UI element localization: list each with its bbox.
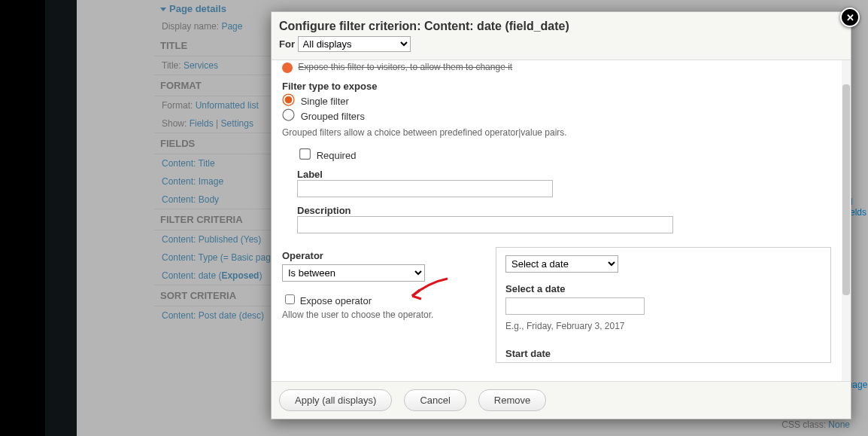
scrollbar-thumb[interactable] [842,84,850,295]
operator-select[interactable]: Is between [282,264,425,282]
scrollbar[interactable] [842,60,851,381]
required-label: Required [317,150,357,161]
expose-filter-text: Expose this filter to visitors, to allow… [298,62,512,72]
expose-operator-desc: Allow the user to choose the operator. [282,309,473,320]
select-date-label: Select a date [505,283,821,294]
filter-type-header: Filter type to expose [282,81,831,92]
label-field-label: Label [297,169,831,180]
date-example: E.g., Friday, February 3, 2017 [505,321,821,331]
modal-footer: Apply (all displays) Cancel Remove [272,382,851,419]
radio-single[interactable] [282,93,294,105]
remove-button[interactable]: Remove [478,389,546,411]
toggle-icon[interactable] [282,63,293,73]
required-checkbox[interactable] [299,148,311,160]
close-icon[interactable]: ✕ [840,8,860,27]
radio-single-label: Single filter [301,96,349,107]
modal-body-inner: Expose this filter to visitors, to allow… [272,60,842,381]
radio-grouped[interactable] [282,108,294,120]
for-label: For [279,38,295,50]
expose-filter-row: Expose this filter to visitors, to allow… [299,60,831,73]
cancel-button[interactable]: Cancel [404,389,466,411]
operator-value-row: Operator Is between Expose operator Allo… [282,247,831,363]
toolbar-dark [45,0,77,436]
description-field-label: Description [297,205,831,216]
expose-operator-row: Expose operator [282,292,473,306]
start-date-label: Start date [505,348,821,359]
radio-grouped-row: Grouped filters [282,110,831,122]
apply-button[interactable]: Apply (all displays) [279,389,392,411]
required-row: Required [297,147,831,161]
radio-single-row: Single filter [282,95,831,107]
description-input[interactable] [297,216,673,233]
modal-body: Expose this filter to visitors, to allow… [272,59,851,382]
for-select[interactable]: All displays [298,36,411,52]
operator-col: Operator Is between Expose operator Allo… [282,247,473,363]
select-date-type[interactable]: Select a date [505,255,618,273]
select-date-input[interactable] [505,297,645,315]
exposed-settings: Required Label Description [297,147,831,233]
radio-grouped-label: Grouped filters [301,111,365,122]
for-row: For All displays [272,36,851,59]
value-col: Select a date Select a date E.g., Friday… [496,247,831,363]
modal-title: Configure filter criterion: Content: dat… [272,12,851,36]
grouped-desc: Grouped filters allow a choice between p… [282,127,831,139]
filter-config-modal: ✕ Configure filter criterion: Content: d… [271,11,851,419]
expose-operator-label: Expose operator [300,295,372,306]
expose-operator-checkbox[interactable] [285,294,295,304]
label-input[interactable] [297,180,553,197]
operator-label: Operator [282,250,473,261]
